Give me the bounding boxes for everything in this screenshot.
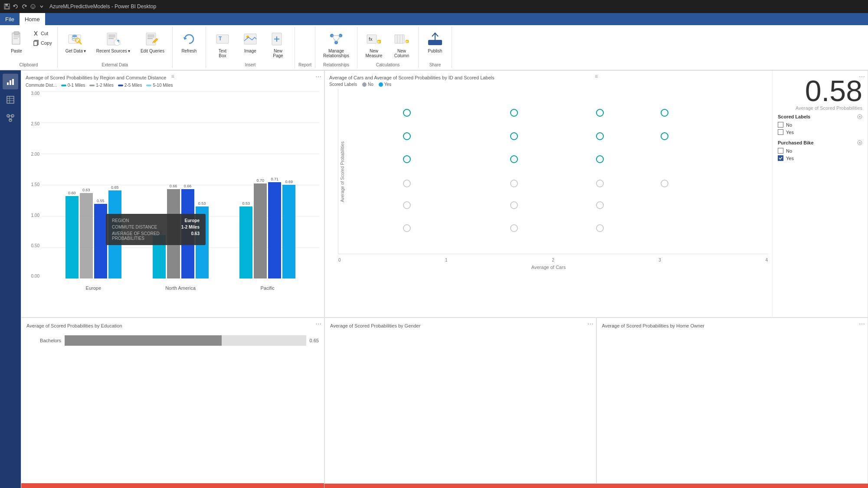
kpi-value: 0.58 xyxy=(778,76,862,105)
clipboard-items: Paste Cut Copy xyxy=(3,28,54,61)
scatter-x-title: Average of Cars xyxy=(329,265,768,270)
dot-1 xyxy=(403,109,411,117)
bar-europe-0-1[interactable]: 0.60 xyxy=(66,191,79,278)
relationships-group-label: Relationships xyxy=(323,62,349,67)
external-data-items: Get Data▾ Recent Sources▾ xyxy=(61,28,169,61)
sidebar-btn-report[interactable] xyxy=(3,74,18,89)
svg-rect-60 xyxy=(7,96,14,103)
bar-europe-2-5[interactable]: 0.55 xyxy=(94,199,107,278)
x-label-2: 2 xyxy=(552,258,554,262)
bar-pac-1-2[interactable]: 0.70 xyxy=(254,178,267,278)
svg-point-4 xyxy=(32,6,33,7)
dot-11 xyxy=(596,155,604,163)
filter-sl-yes: Yes xyxy=(778,129,862,135)
manage-relationships-button[interactable]: ManageRelationships xyxy=(319,28,354,61)
dot-9 xyxy=(403,155,411,163)
bar-pac-5-10[interactable]: 0.69 xyxy=(282,180,295,278)
bar-group-pacific: 0.53 0.70 0.71 xyxy=(224,177,311,278)
svg-rect-58 xyxy=(10,80,11,85)
bar-pac-5-10-fill xyxy=(282,185,295,278)
dot-5 xyxy=(403,132,411,140)
new-column-button[interactable]: NewColumn xyxy=(389,28,415,61)
checkbox-pb-no[interactable] xyxy=(778,148,783,154)
chart1-more-btn[interactable]: ⋯ xyxy=(315,73,321,80)
chart1-drag-handle[interactable]: ≡ xyxy=(171,73,174,79)
bar-europe-0-1-fill xyxy=(66,196,79,278)
cut-button[interactable]: Cut xyxy=(31,29,54,37)
ribbon-group-calculations: fx NewMeasure xyxy=(357,27,419,68)
image-button[interactable]: Image xyxy=(237,28,263,56)
text-box-button[interactable]: T TextBox xyxy=(210,28,236,61)
new-page-button[interactable]: NewPage xyxy=(265,28,291,61)
svg-rect-1 xyxy=(5,4,8,6)
chart5-more-btn[interactable]: ⋯ xyxy=(859,321,865,328)
checkbox-sl-yes[interactable] xyxy=(778,129,783,135)
get-data-icon xyxy=(67,30,84,48)
paste-button[interactable]: Paste xyxy=(3,28,29,56)
redo-icon[interactable] xyxy=(21,3,28,10)
get-data-button[interactable]: Get Data▾ xyxy=(61,28,90,56)
chart3-title: Average of Scored Probabilities by Educa… xyxy=(26,323,319,328)
chart4-title: Average of Scored Probabilities by Gende… xyxy=(330,323,591,328)
chart3-more-btn[interactable]: ⋯ xyxy=(315,321,321,328)
ribbon: Paste Cut Copy Cli xyxy=(0,25,868,70)
bar-chart-area: 3.00 2.50 2.00 1.50 1.00 0.50 0.00 xyxy=(26,91,320,291)
svg-rect-2 xyxy=(5,7,9,9)
bars-area: 0.60 0.63 0.55 xyxy=(41,91,320,291)
cut-label: Cut xyxy=(41,31,48,36)
undo-icon[interactable] xyxy=(12,3,19,10)
copy-button[interactable]: Copy xyxy=(31,39,54,47)
refresh-label: Refresh xyxy=(181,49,197,53)
publish-button[interactable]: Publish xyxy=(422,28,448,56)
bar-pac-0-1[interactable]: 0.53 xyxy=(239,201,252,278)
checkbox-sl-no[interactable] xyxy=(778,122,783,128)
svg-rect-49 xyxy=(395,35,404,43)
image-icon xyxy=(242,30,259,48)
new-page-label: NewPage xyxy=(273,49,283,58)
filter-pb-icon xyxy=(857,140,862,145)
checkbox-pb-yes[interactable] xyxy=(778,155,783,161)
svg-rect-22 xyxy=(108,35,115,36)
text-box-icon: T xyxy=(214,30,231,48)
edu-bar-value: 0.65 xyxy=(310,338,319,343)
main-content: ⋯ ≡ Average of Scored Probabilities by R… xyxy=(0,70,868,488)
calculations-group-label: Calculations xyxy=(376,62,400,67)
bar-pac-2-5-fill xyxy=(268,182,281,278)
smiley-icon[interactable] xyxy=(29,3,36,10)
charts-4-5: ⋯ Average of Scored Probabilities by Gen… xyxy=(324,318,868,484)
svg-rect-57 xyxy=(7,82,9,85)
x-label-pacific: Pacific xyxy=(224,285,311,291)
tooltip-avg-value: 0.63 xyxy=(191,231,200,241)
refresh-button[interactable]: Refresh xyxy=(176,28,202,56)
legend-yes-label: Yes xyxy=(384,82,391,87)
val-na-5-10: 0.53 xyxy=(198,201,206,206)
bar-europe-1-2[interactable]: 0.63 xyxy=(80,188,93,278)
tooltip-commute-label: COMMUTE DISTANCE xyxy=(112,225,157,229)
svg-rect-10 xyxy=(13,38,18,39)
svg-rect-9 xyxy=(13,36,20,37)
menu-file[interactable]: File xyxy=(0,13,20,25)
clipboard-group-label: Clipboard xyxy=(19,62,38,67)
sidebar-btn-data[interactable] xyxy=(3,92,18,108)
bar-pac-1-2-fill xyxy=(254,183,267,278)
filter-scored-labels: Scored Labels No Yes xyxy=(778,114,862,135)
dot-gray-9 xyxy=(510,224,518,232)
scatter-legend-label: Scored Labels xyxy=(329,82,357,87)
chart4-more-btn[interactable]: ⋯ xyxy=(587,321,593,328)
bar-pac-2-5[interactable]: 0.71 xyxy=(268,177,281,278)
label-sl-yes: Yes xyxy=(786,130,794,135)
save-icon[interactable] xyxy=(3,3,10,10)
new-measure-button[interactable]: fx NewMeasure xyxy=(361,28,387,61)
sidebar-btn-model[interactable] xyxy=(3,110,18,126)
edit-queries-button[interactable]: Edit Queries xyxy=(136,28,169,56)
chart-bar: ⋯ ≡ Average of Scored Probabilities by R… xyxy=(21,70,324,318)
get-data-label: Get Data▾ xyxy=(66,49,86,53)
dropdown-icon[interactable] xyxy=(38,3,45,10)
report-group-label: Report xyxy=(298,62,311,67)
window-controls[interactable] xyxy=(3,3,45,10)
chart2-more-btn[interactable]: ⋯ xyxy=(859,73,865,80)
bottom-right-accent xyxy=(324,484,868,488)
recent-sources-button[interactable]: Recent Sources▾ xyxy=(92,28,134,56)
manage-relationships-icon xyxy=(328,30,345,48)
menu-home[interactable]: Home xyxy=(20,13,45,25)
